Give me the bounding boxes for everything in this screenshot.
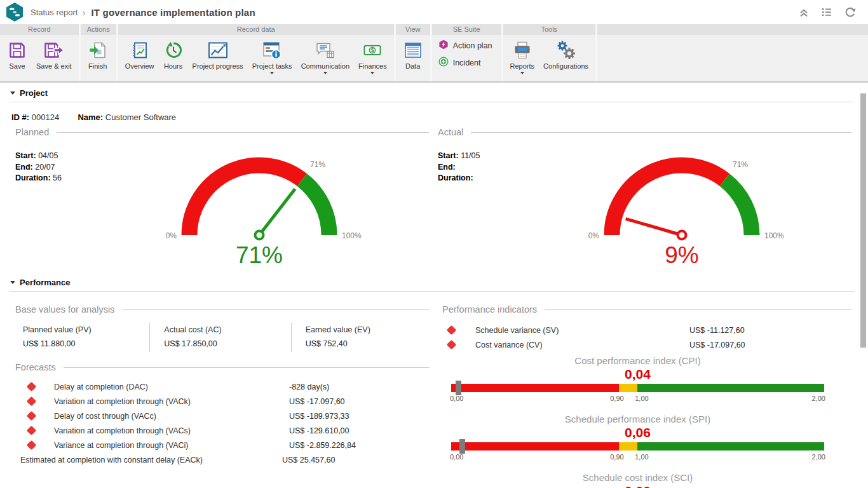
configurations-button[interactable]: Configurations: [539, 37, 593, 71]
alert-diamond-icon: [27, 382, 37, 392]
data-icon: [403, 40, 423, 60]
alert-diamond-icon: [447, 340, 457, 350]
app-window: Status report › IT governance implementa…: [0, 0, 868, 488]
project-name-label: Name:: [78, 112, 103, 122]
performance-section-header[interactable]: Performance: [9, 276, 854, 290]
base-values-legend: Base values for analysis: [15, 304, 114, 315]
overview-icon: [130, 40, 149, 60]
reports-printer-icon: [513, 40, 532, 60]
action-plan-button[interactable]: Action plan: [438, 39, 492, 52]
svg-text:100%: 100%: [764, 231, 784, 240]
alert-diamond-icon: [27, 426, 37, 436]
reports-button[interactable]: Reports: [506, 37, 539, 76]
actual-progress-gauge: 0% 100% 71% 9%: [574, 154, 790, 267]
communication-button[interactable]: Communication: [297, 37, 354, 76]
spi-linear-gauge: Schedule performance index (SPI) 0,06 0,…: [451, 413, 824, 464]
ribbon-group-record: Record Save: [0, 24, 79, 81]
indicator-list: Schedule variance (SV) US$ -11.127,60 Co…: [436, 323, 854, 352]
alert-diamond-icon: [27, 440, 37, 451]
save-exit-icon: [43, 40, 65, 60]
ribbon-group-tools: Tools Reports: [503, 24, 595, 81]
incident-icon: [438, 57, 449, 69]
incident-button[interactable]: Incident: [438, 57, 481, 69]
data-button[interactable]: Data: [398, 37, 428, 71]
overview-button[interactable]: Overview: [121, 37, 159, 71]
project-progress-button[interactable]: Project progress: [188, 37, 248, 71]
actual-cost-cell: Actual cost (AC) US$ 17.850,00: [149, 323, 290, 352]
svg-text:$: $: [371, 47, 374, 53]
report-content: Project ID #: 000124 Name: Customer Soft…: [0, 83, 868, 487]
planned-details: Start: 04/05 End: 20/07 Duration: 56: [15, 151, 62, 184]
section-divider: [9, 291, 854, 292]
finish-button[interactable]: Finish: [83, 37, 112, 71]
collapse-triangle-icon: [10, 281, 15, 284]
breadcrumb-status-report[interactable]: Status report: [31, 8, 78, 17]
reports-dropdown-caret: [520, 72, 524, 74]
svg-text:71%: 71%: [733, 160, 748, 169]
svg-text:0%: 0%: [166, 231, 177, 240]
forecast-row: Estimated at completion with constant de…: [9, 452, 432, 467]
action-plan-icon: [438, 39, 449, 52]
project-section-header[interactable]: Project: [9, 86, 854, 100]
forecast-row: Delay at completion (DAC) -828 day(s): [9, 379, 432, 394]
planned-value-cell: Planned value (PV) US$ 11.880,00: [9, 323, 149, 352]
planned-legend: Planned: [15, 127, 49, 137]
section-divider: [9, 102, 854, 102]
indicator-row: Cost variance (CV) US$ -17.097,60: [436, 337, 854, 352]
finances-dropdown-caret: [370, 72, 374, 74]
configurations-gears-icon: [555, 40, 577, 60]
alert-diamond-icon: [27, 396, 37, 407]
project-id-label: ID #:: [11, 112, 29, 122]
refresh-icon[interactable]: [843, 5, 857, 19]
ribbon-empty-space: [597, 24, 868, 81]
svg-text:71%: 71%: [236, 242, 283, 267]
performance-indicators-legend: Performance indicators: [442, 304, 537, 315]
actual-details: Start: 11/05 End: Duration:: [438, 151, 480, 184]
vertical-scrollbar-thumb[interactable]: [860, 93, 866, 348]
communication-dropdown-caret: [323, 72, 327, 74]
base-values-panel: Base values for analysis Planned value (…: [9, 293, 432, 488]
alert-diamond-icon: [447, 325, 457, 336]
project-progress-icon: [208, 40, 228, 60]
planned-panel: Planned Start: 04/05 End: 20/07 Duration…: [9, 127, 431, 276]
collapse-triangle-icon: [10, 92, 15, 95]
save-and-exit-button[interactable]: Save & exit: [32, 37, 76, 71]
forecast-row: Variation at completion through (VACk) U…: [9, 394, 432, 409]
forecasts-legend: Forecasts: [15, 362, 56, 372]
save-button[interactable]: Save: [3, 37, 32, 71]
svg-text:71%: 71%: [310, 160, 325, 169]
cpi-linear-gauge: Cost performance index (CPI) 0,04 0,00 0…: [451, 355, 824, 405]
app-logo-icon: [5, 2, 24, 22]
indicator-row: Schedule variance (SV) US$ -11.127,60: [436, 323, 854, 337]
project-name-value: Customer Software: [105, 112, 176, 122]
forecast-row: Variance at completion through (VACi) US…: [9, 438, 432, 452]
forecast-row: Delay of cost through (VACc) US$ -189.97…: [9, 409, 432, 423]
forecasts-list: Delay at completion (DAC) -828 day(s) Va…: [9, 379, 432, 467]
finish-icon: [88, 40, 107, 60]
collapse-ribbon-icon[interactable]: [797, 5, 811, 19]
earned-value-cell: Earned value (EV) US$ 752,40: [291, 323, 432, 352]
top-bar: Status report › IT governance implementa…: [0, 0, 868, 24]
svg-text:0%: 0%: [588, 231, 600, 240]
svg-text:9%: 9%: [665, 242, 698, 267]
alert-diamond-icon: [27, 411, 37, 421]
breadcrumb-chevron-icon: ›: [82, 7, 85, 18]
page-title: IT governance implementation plan: [91, 7, 255, 18]
sci-linear-gauge: Schedule cost index (SCI) 0,00 0,00 0,90…: [451, 471, 824, 488]
ribbon-group-actions: Actions Finish: [81, 24, 116, 81]
project-tasks-dropdown-caret: [270, 72, 274, 74]
hours-clock-icon: [164, 40, 183, 60]
performance-indicators-panel: Performance indicators Schedule variance…: [432, 293, 854, 488]
save-icon: [8, 40, 27, 60]
ribbon-group-record-data: Record data Overview: [118, 24, 394, 81]
actual-panel: Actual Start: 11/05 End: Duration: 0% 10…: [431, 127, 854, 276]
project-tasks-button[interactable]: Project tasks: [248, 37, 297, 76]
hours-button[interactable]: Hours: [159, 37, 188, 71]
communication-icon: [315, 40, 336, 60]
list-view-icon[interactable]: [820, 5, 834, 19]
spi-gauge-marker: [459, 439, 465, 454]
planned-progress-gauge: 0% 100% 71% 71%: [151, 154, 367, 267]
finances-button[interactable]: $ Finances: [354, 37, 391, 76]
topbar-actions: [797, 5, 862, 19]
project-tasks-icon: [262, 40, 282, 60]
